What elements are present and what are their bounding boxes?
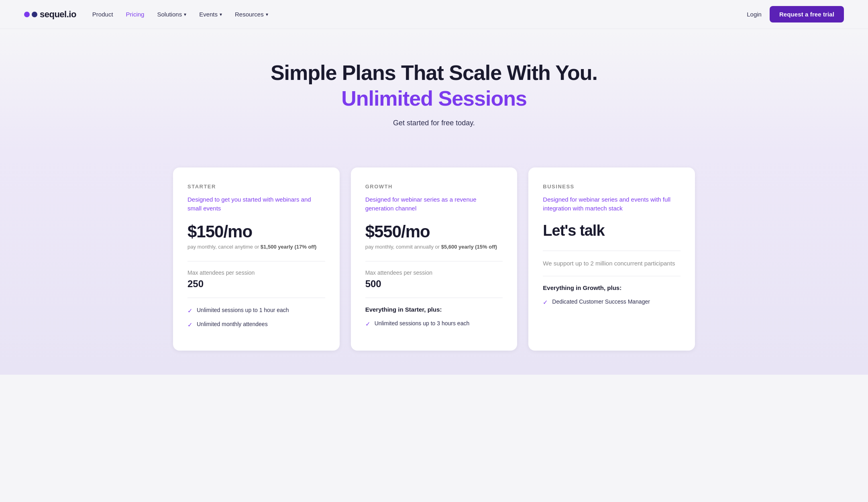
- nav-links: Product Pricing Solutions Events Resourc…: [92, 11, 268, 18]
- plan-starter-attendees-count: 250: [187, 278, 325, 290]
- plan-growth-price: $550/mo: [365, 222, 503, 241]
- login-link[interactable]: Login: [747, 11, 762, 18]
- plan-growth-attendees-count: 500: [365, 278, 503, 290]
- plan-starter-name: STARTER: [187, 184, 325, 190]
- feature-label-business-0: Dedicated Customer Success Manager: [552, 298, 650, 306]
- plan-growth: GROWTH Designed for webinar series as a …: [351, 167, 518, 351]
- feature-item-business-0: ✓ Dedicated Customer Success Manager: [543, 298, 681, 307]
- feature-label-starter-0: Unlimited sessions up to 1 hour each: [197, 306, 289, 314]
- nav-link-solutions[interactable]: Solutions: [157, 11, 186, 18]
- logo-dots: [24, 12, 37, 17]
- feature-label-growth-0: Unlimited sessions up to 3 hours each: [375, 319, 470, 328]
- nav-item-product[interactable]: Product: [92, 11, 113, 18]
- plan-starter-description: Designed to get you started with webinar…: [187, 195, 325, 213]
- plan-growth-attendees-label: Max attendees per session: [365, 269, 503, 276]
- nav-link-events[interactable]: Events: [199, 11, 222, 18]
- check-icon-starter-0: ✓: [187, 306, 193, 316]
- plan-growth-note-bold: $5,600 yearly (15% off): [441, 244, 497, 250]
- plan-starter-note-bold: $1,500 yearly (17% off): [261, 244, 316, 250]
- plan-starter-price-note: pay monthly, cancel anytime or $1,500 ye…: [187, 244, 325, 250]
- nav-item-pricing[interactable]: Pricing: [126, 11, 145, 18]
- plan-growth-divider-2: [365, 298, 503, 298]
- check-icon-business-0: ✓: [543, 298, 548, 307]
- hero-section: Simple Plans That Scale With You. Unlimi…: [0, 29, 868, 151]
- feature-item-starter-1: ✓ Unlimited monthly attendees: [187, 320, 325, 330]
- plan-business-price: Let's talk: [543, 222, 681, 239]
- plan-business-divider: [543, 251, 681, 251]
- navbar: sequel.io Product Pricing Solutions Even…: [0, 0, 868, 29]
- logo-dot-purple: [24, 12, 30, 17]
- plan-business-description: Designed for webinar series and events w…: [543, 195, 681, 213]
- nav-left: sequel.io Product Pricing Solutions Even…: [24, 9, 268, 20]
- pricing-section: STARTER Designed to get you started with…: [0, 151, 868, 375]
- plan-starter: STARTER Designed to get you started with…: [173, 167, 340, 351]
- hero-title: Simple Plans That Scale With You.: [8, 61, 860, 85]
- logo-dot-dark: [32, 12, 37, 17]
- plan-business: BUSINESS Designed for webinar series and…: [528, 167, 695, 351]
- feature-item-starter-0: ✓ Unlimited sessions up to 1 hour each: [187, 306, 325, 316]
- pricing-grid: STARTER Designed to get you started with…: [173, 167, 695, 351]
- plan-business-divider-2: [543, 276, 681, 276]
- nav-link-pricing[interactable]: Pricing: [126, 11, 145, 18]
- nav-item-resources[interactable]: Resources: [235, 11, 268, 18]
- logo[interactable]: sequel.io: [24, 9, 76, 20]
- hero-subtitle: Unlimited Sessions: [8, 87, 860, 111]
- plan-business-concurrent-note: We support up to 2 million concurrent pa…: [543, 259, 681, 268]
- hero-description: Get started for free today.: [8, 119, 860, 127]
- nav-item-events[interactable]: Events: [199, 11, 222, 18]
- logo-text: sequel.io: [40, 9, 76, 20]
- plan-starter-note-plain: pay monthly, cancel anytime or: [187, 244, 261, 250]
- nav-link-resources[interactable]: Resources: [235, 11, 268, 18]
- plan-business-features-heading: Everything in Growth, plus:: [543, 284, 681, 291]
- plan-growth-features-heading: Everything in Starter, plus:: [365, 306, 503, 313]
- plan-starter-attendees-label: Max attendees per session: [187, 269, 325, 276]
- check-icon-growth-0: ✓: [365, 320, 371, 329]
- request-trial-button[interactable]: Request a free trial: [770, 6, 844, 22]
- plan-starter-price: $150/mo: [187, 222, 325, 241]
- nav-item-solutions[interactable]: Solutions: [157, 11, 186, 18]
- plan-growth-name: GROWTH: [365, 184, 503, 190]
- feature-item-growth-0: ✓ Unlimited sessions up to 3 hours each: [365, 319, 503, 329]
- plan-starter-divider: [187, 261, 325, 261]
- plan-growth-price-note: pay monthly, commit annually or $5,600 y…: [365, 244, 503, 250]
- nav-right: Login Request a free trial: [747, 6, 844, 22]
- plan-growth-divider: [365, 261, 503, 261]
- plan-starter-divider-2: [187, 298, 325, 298]
- nav-link-product[interactable]: Product: [92, 11, 113, 18]
- plan-business-name: BUSINESS: [543, 184, 681, 190]
- check-icon-starter-1: ✓: [187, 320, 193, 330]
- feature-label-starter-1: Unlimited monthly attendees: [197, 320, 268, 329]
- plan-growth-description: Designed for webinar series as a revenue…: [365, 195, 503, 213]
- plan-growth-note-plain: pay monthly, commit annually or: [365, 244, 441, 250]
